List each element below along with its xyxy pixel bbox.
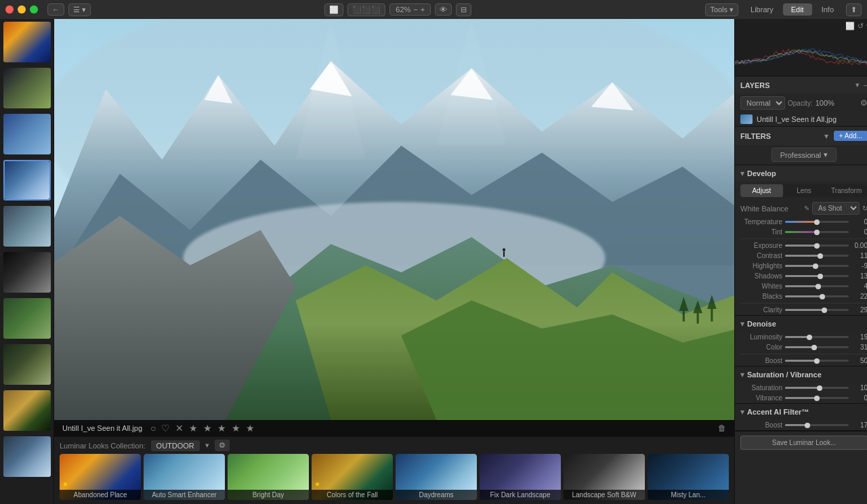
blend-mode-select[interactable]: Normal	[740, 96, 785, 110]
luminosity-slider[interactable]	[785, 336, 849, 338]
luminosity-value: 19	[851, 333, 867, 341]
canvas-mode-button[interactable]: ⬜	[324, 3, 343, 16]
star-3[interactable]: ★	[217, 423, 226, 434]
info-tab[interactable]: Info	[813, 3, 842, 16]
denoise-arrow: ▾	[740, 319, 744, 329]
filmstrip-thumb-9[interactable]	[3, 390, 51, 431]
denoise-boost-slider[interactable]	[785, 360, 849, 362]
star-4[interactable]: ★	[232, 423, 240, 434]
histogram-icon-1[interactable]: ⬜	[845, 22, 855, 30]
compare-button[interactable]: ⊟	[456, 3, 471, 16]
saturation-label: Saturation	[740, 384, 782, 392]
look-item-2[interactable]: Bright Day	[228, 454, 309, 500]
star-5[interactable]: ★	[246, 423, 255, 434]
close-button[interactable]	[5, 5, 14, 14]
titlebar: ← ☰ ▾ ⬜ ⬛⬛⬛ 62% − + 👁 ⊟ Tools ▾ Library …	[0, 0, 867, 19]
right-panel: ⬜ ↺ ▾ LAYERS ▾ − Normal Opacity: 100%	[734, 19, 867, 504]
zoom-minus[interactable]: −	[413, 5, 417, 14]
look-item-3[interactable]: Colors of the Fall★	[312, 454, 393, 500]
layers-minus[interactable]: −	[864, 81, 867, 89]
color-slider[interactable]	[785, 346, 849, 348]
filters-title: FILTERS	[740, 132, 824, 140]
denoise-title: Denoise	[747, 320, 867, 328]
highlights-slider[interactable]	[785, 265, 849, 267]
clarity-slider[interactable]	[785, 309, 849, 311]
filmstrip	[0, 19, 54, 504]
denoise-header[interactable]: ▾ Denoise	[735, 316, 867, 332]
look-item-7[interactable]: Misty Lan...	[648, 454, 729, 500]
eye-button[interactable]: 👁	[435, 3, 452, 16]
export-button[interactable]: ⬆	[846, 3, 862, 16]
look-item-4[interactable]: Daydreams	[396, 454, 477, 500]
tab-lens[interactable]: Lens	[783, 184, 826, 197]
blacks-value: 22	[851, 293, 867, 300]
look-item-5[interactable]: Fix Dark Landscape	[480, 454, 561, 500]
filmstrip-thumb-2[interactable]	[3, 68, 51, 108]
filters-chevron: ▾	[824, 131, 828, 141]
heart-icon[interactable]: ♡	[161, 423, 170, 434]
filmstrip-thumb-3[interactable]	[3, 114, 51, 154]
filmstrip-thumb-5[interactable]	[3, 206, 51, 247]
filmstrip-thumb-4[interactable]	[3, 160, 51, 201]
whites-slider[interactable]	[785, 285, 849, 287]
tab-transform[interactable]: Transform	[825, 184, 867, 197]
layer-settings-icon[interactable]: ⚙	[860, 98, 867, 108]
filmstrip-thumb-1[interactable]	[3, 22, 51, 62]
looks-collection-arrow[interactable]: ▾	[205, 441, 209, 450]
looks-strip: Abandoned Place★Auto Smart EnhancerBrigh…	[54, 454, 734, 504]
shadows-slider[interactable]	[785, 275, 849, 277]
wb-select[interactable]: As Shot	[812, 202, 860, 215]
list-button[interactable]: ☰ ▾	[68, 3, 91, 16]
tab-adjust[interactable]: Adjust	[740, 184, 783, 197]
wb-label: White Balance	[740, 205, 804, 213]
filmstrip-thumb-10[interactable]	[3, 436, 51, 477]
histogram-icon-2[interactable]: ↺	[858, 22, 864, 30]
star-1[interactable]: ★	[189, 423, 198, 434]
star-2[interactable]: ★	[203, 423, 212, 434]
maximize-button[interactable]	[30, 5, 38, 14]
vibrance-slider[interactable]	[785, 397, 849, 399]
circle-icon[interactable]: ○	[150, 423, 156, 434]
look-item-6[interactable]: Landscape Soft B&W	[564, 454, 645, 500]
trash-button[interactable]: 🗑	[718, 423, 726, 433]
tint-slider[interactable]	[785, 231, 849, 233]
filmstrip-thumb-6[interactable]	[3, 252, 51, 293]
layers-header-right: ▾ −	[855, 81, 867, 89]
filmstrip-thumb-8[interactable]	[3, 344, 51, 385]
save-luminar-look-button[interactable]: Save Luminar Look...	[740, 436, 867, 450]
sat-vib-header[interactable]: ▾ Saturation / Vibrance	[735, 366, 867, 383]
tools-button[interactable]: Tools ▾	[705, 3, 738, 16]
back-button[interactable]: ←	[47, 3, 64, 16]
shadows-value: 13	[851, 272, 867, 280]
contrast-slider[interactable]	[785, 255, 849, 257]
accent-ai-header[interactable]: ▾ Accent AI Filter™	[735, 404, 867, 420]
edit-tab[interactable]: Edit	[783, 3, 812, 16]
accent-boost-slider[interactable]	[785, 424, 849, 426]
blacks-slider[interactable]	[785, 295, 849, 297]
saturation-slider[interactable]	[785, 387, 849, 389]
wb-edit-icon[interactable]: ✎	[804, 205, 809, 212]
reject-icon[interactable]: ✕	[175, 423, 184, 434]
library-tab[interactable]: Library	[742, 3, 782, 16]
filter-mode-button[interactable]: Professional ▾	[771, 148, 837, 162]
add-filter-button[interactable]: + Add...	[834, 131, 867, 141]
sat-vib-section: ▾ Saturation / Vibrance Saturation 10 Vi…	[735, 366, 867, 404]
develop-header[interactable]: ▾ Develop	[735, 165, 867, 182]
view-options-button[interactable]: ⬛⬛⬛	[347, 3, 385, 16]
minimize-button[interactable]	[18, 5, 26, 14]
exposure-slider[interactable]	[785, 245, 849, 247]
temperature-slider[interactable]	[785, 221, 849, 223]
zoom-plus[interactable]: +	[421, 5, 425, 14]
looks-collection-selector[interactable]: OUTDOOR	[151, 440, 200, 451]
looks-settings-button[interactable]: ⚙	[215, 440, 230, 451]
layers-header[interactable]: LAYERS ▾ −	[735, 77, 867, 93]
look-item-1[interactable]: Auto Smart Enhancer	[144, 454, 225, 500]
denoise-boost-slider-row: Boost 50	[735, 356, 867, 366]
clarity-value: 29	[851, 306, 867, 314]
zoom-control[interactable]: 62% − +	[389, 3, 431, 16]
wb-refresh-icon[interactable]: ↻	[862, 205, 867, 212]
look-item-0[interactable]: Abandoned Place★	[60, 454, 141, 500]
luminosity-slider-row: Luminosity 19	[735, 332, 867, 342]
denoise-boost-label: Boost	[740, 357, 782, 364]
filmstrip-thumb-7[interactable]	[3, 298, 51, 339]
